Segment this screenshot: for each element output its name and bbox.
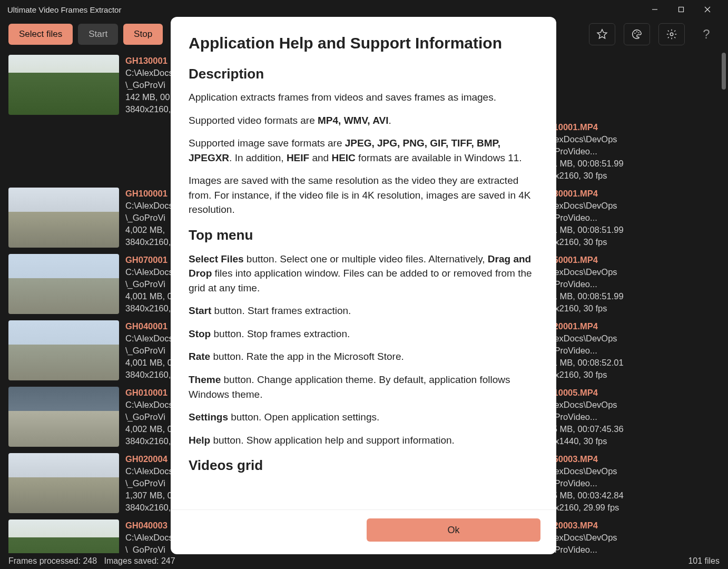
text-bold: Rate xyxy=(189,351,210,362)
text-span: button. Stop frames extraction. xyxy=(211,328,350,339)
text-span: Supported image save formats are xyxy=(189,138,345,149)
help-title: Application Help and Support Information xyxy=(189,32,538,55)
help-h-description: Description xyxy=(189,64,538,84)
help-h-videosgrid: Videos grid xyxy=(189,456,538,476)
text-span: button. Change application theme. By def… xyxy=(189,374,510,400)
help-p-desc4: Images are saved with the same resolutio… xyxy=(189,173,538,217)
text-span: . In addition, xyxy=(229,152,287,163)
help-modal: Application Help and Support Information… xyxy=(171,17,556,554)
text-bold: HEIC xyxy=(331,152,355,163)
text-bold: Select Files xyxy=(189,253,244,264)
text-span: and xyxy=(309,152,331,163)
text-span: button. Start frames extraction. xyxy=(211,305,351,316)
text-bold: HEIF xyxy=(287,152,309,163)
text-span: formats are available in Windows 11. xyxy=(356,152,522,163)
help-p-desc3: Supported image save formats are JPEG, J… xyxy=(189,136,538,165)
text-bold: Theme xyxy=(189,374,221,385)
text-span: button. Rate the app in the Microsoft St… xyxy=(210,351,404,362)
text-span: button. Show application help and suppor… xyxy=(210,435,455,446)
help-h-topmenu: Top menu xyxy=(189,225,538,246)
help-modal-body[interactable]: Application Help and Support Information… xyxy=(171,17,556,509)
help-tm4: Rate button. Rate the app in the Microso… xyxy=(189,349,538,364)
text-span: Supported video formats are xyxy=(189,115,318,126)
help-tm2: Start button. Start frames extraction. xyxy=(189,303,538,318)
text-span: . xyxy=(388,115,391,126)
help-ok-button[interactable]: Ok xyxy=(367,518,540,542)
text-bold: Stop xyxy=(189,328,211,339)
help-tm5: Theme button. Change application theme. … xyxy=(189,372,538,401)
help-p-desc2: Supported video formats are MP4, WMV, AV… xyxy=(189,113,538,128)
app-window: Ultimate Video Frames Extractor Select f… xyxy=(0,0,728,569)
text-bold: Start xyxy=(189,305,211,316)
help-p-desc1: Application extracts frames from videos … xyxy=(189,90,538,105)
modal-backdrop: Application Help and Support Information… xyxy=(0,0,728,569)
text-bold: MP4, WMV, AVI xyxy=(318,115,388,126)
help-tm6: Settings button. Open application settin… xyxy=(189,410,538,425)
text-span: files into application window. Files can… xyxy=(189,268,532,293)
help-tm3: Stop button. Stop frames extraction. xyxy=(189,327,538,341)
text-bold: Help xyxy=(189,435,210,446)
help-tm7: Help button. Show application help and s… xyxy=(189,433,538,448)
text-span: button. Open application settings. xyxy=(228,411,379,423)
text-span: button. Select one or multiple video fil… xyxy=(244,253,488,264)
help-modal-footer: Ok xyxy=(171,509,556,554)
text-bold: Settings xyxy=(189,411,228,423)
help-tm1: Select Files button. Select one or multi… xyxy=(189,252,538,296)
